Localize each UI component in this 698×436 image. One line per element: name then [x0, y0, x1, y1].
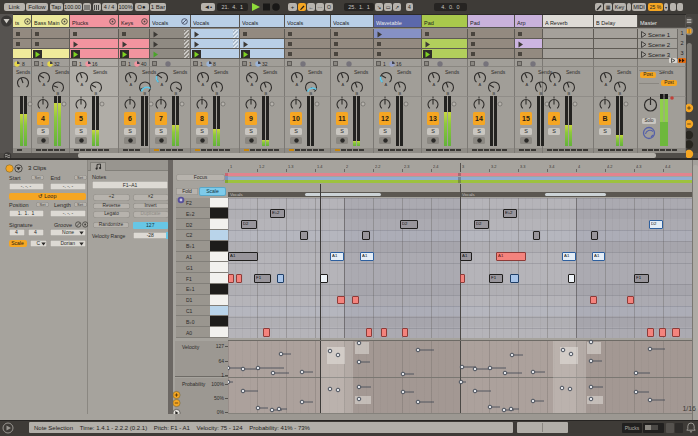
svg-text:A: A	[342, 82, 345, 87]
svg-text:B: B	[356, 91, 359, 96]
svg-text:B: B	[447, 91, 450, 96]
svg-text:B: B	[57, 91, 60, 96]
svg-text:Sends: Sends	[617, 69, 632, 75]
svg-text:Sends: Sends	[566, 69, 581, 75]
svg-text:A: A	[130, 82, 133, 87]
svg-text:Sends: Sends	[263, 69, 278, 75]
svg-text:B: B	[619, 91, 622, 96]
svg-text:B: B	[95, 91, 98, 96]
svg-text:B: B	[265, 91, 268, 96]
svg-text:B: B	[540, 91, 543, 96]
svg-text:A: A	[43, 82, 46, 87]
svg-text:Sends: Sends	[93, 69, 108, 75]
svg-text:Sends: Sends	[491, 69, 506, 75]
svg-text:A: A	[202, 82, 205, 87]
svg-text:A: A	[81, 82, 84, 87]
svg-text:B: B	[493, 91, 496, 96]
svg-text:A: A	[605, 82, 608, 87]
svg-text:Sends: Sends	[354, 69, 369, 75]
svg-text:Sends: Sends	[142, 69, 157, 75]
svg-text:A: A	[251, 82, 254, 87]
svg-text:Sends: Sends	[397, 69, 412, 75]
svg-text:A: A	[479, 82, 482, 87]
svg-text:Sends: Sends	[173, 69, 188, 75]
svg-text:B: B	[175, 91, 178, 96]
svg-text:B: B	[399, 91, 402, 96]
svg-text:Sends: Sends	[16, 69, 31, 75]
svg-text:A: A	[433, 82, 436, 87]
svg-text:Sends: Sends	[538, 69, 553, 75]
svg-text:A: A	[296, 82, 299, 87]
svg-text:Sends: Sends	[445, 69, 460, 75]
svg-text:B: B	[310, 91, 313, 96]
svg-text:A: A	[554, 82, 557, 87]
svg-text:B: B	[144, 91, 147, 96]
svg-text:A: A	[161, 82, 164, 87]
svg-text:B: B	[568, 91, 571, 96]
svg-text:Sends: Sends	[214, 69, 229, 75]
svg-text:A: A	[526, 82, 529, 87]
svg-text:Sends: Sends	[55, 69, 70, 75]
svg-text:A: A	[385, 82, 388, 87]
svg-text:Sends: Sends	[308, 69, 323, 75]
svg-text:B: B	[216, 91, 219, 96]
